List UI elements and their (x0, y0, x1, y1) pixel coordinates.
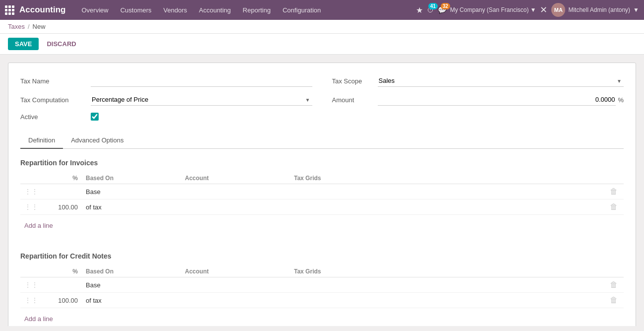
delete-cell[interactable]: 🗑 (604, 184, 624, 199)
delete-col-header (604, 266, 624, 277)
tax-scope-select[interactable]: Sales Purchases None (378, 75, 624, 87)
top-menu: Overview Customers Vendors Accounting Re… (76, 0, 416, 20)
delete-icon[interactable]: 🗑 (610, 280, 618, 289)
based-on-col-header: Based On (82, 266, 181, 277)
drag-handle[interactable]: ⋮⋮ (20, 277, 42, 293)
right-column: Tax Scope Sales Purchases None ▼ Amount (332, 75, 624, 121)
nav-configuration[interactable]: Configuration (277, 0, 327, 20)
nav-customers[interactable]: Customers (115, 0, 158, 20)
percent-col-header: % (42, 173, 82, 184)
active-checkbox[interactable] (91, 113, 99, 121)
amount-input-group: % (378, 94, 624, 106)
account-col-header: Account (181, 266, 290, 277)
tax-grids-col-header: Tax Grids (290, 266, 604, 277)
user-menu[interactable]: MA Mitchell Admin (antony) ▼ (551, 3, 639, 17)
nav-accounting[interactable]: Accounting (193, 0, 236, 20)
repartition-invoices-section: Repartition for Invoices % Based On Acco… (20, 159, 624, 232)
based-on-cell: of tax (82, 199, 181, 215)
repartition-credit-notes-title: Repartition for Credit Notes (20, 252, 624, 260)
close-icon[interactable]: ✕ (540, 4, 547, 15)
table-row: ⋮⋮ 100.00 of tax 🗑 (20, 293, 624, 308)
tax-name-input[interactable] (91, 75, 312, 87)
delete-icon[interactable]: 🗑 (610, 296, 618, 304)
percent-cell (42, 277, 82, 293)
table-row: ⋮⋮ 100.00 of tax 🗑 (20, 199, 624, 215)
activity-icon-btn[interactable]: ⏱ 41 (427, 6, 434, 14)
add-line-credit-notes[interactable]: Add a line (20, 312, 57, 326)
nav-overview[interactable]: Overview (76, 0, 115, 20)
amount-label: Amount (332, 96, 372, 104)
add-line-invoices[interactable]: Add a line (20, 219, 57, 232)
tab-definition[interactable]: Definition (20, 132, 63, 149)
delete-cell[interactable]: 🗑 (604, 199, 624, 215)
tax-scope-row: Tax Scope Sales Purchases None ▼ (332, 75, 624, 87)
breadcrumb-current: New (33, 23, 46, 30)
delete-col-header (604, 173, 624, 184)
table-row: ⋮⋮ Base 🗑 (20, 277, 624, 293)
drag-handle[interactable]: ⋮⋮ (20, 184, 42, 199)
app-title: Accounting (19, 5, 66, 15)
avatar: MA (551, 3, 565, 17)
percent-cell: 100.00 (42, 293, 82, 308)
breadcrumb-parent[interactable]: Taxes (8, 23, 25, 30)
drag-handle[interactable]: ⋮⋮ (20, 293, 42, 308)
amount-row: Amount % (332, 94, 624, 106)
save-button[interactable]: SAVE (8, 38, 39, 50)
account-col-header: Account (181, 173, 290, 184)
tax-computation-select[interactable]: Fixed Percentage of Price Percentage of … (91, 94, 312, 106)
company-selector[interactable]: My Company (San Francisco) ▼ (450, 6, 536, 13)
amount-input[interactable] (378, 94, 616, 106)
topnav-right: ★ ⏱ 41 💬 32 My Company (San Francisco) ▼… (416, 3, 639, 17)
tax-grids-cell[interactable] (290, 293, 604, 308)
drag-handle[interactable]: ⋮⋮ (20, 199, 42, 215)
table-row: ⋮⋮ Base 🗑 (20, 184, 624, 199)
tax-computation-select-wrapper: Fixed Percentage of Price Percentage of … (91, 94, 312, 106)
user-chevron-icon: ▼ (633, 6, 639, 13)
delete-icon[interactable]: 🗑 (610, 187, 618, 196)
nav-reporting[interactable]: Reporting (237, 0, 277, 20)
left-column: Tax Name Tax Computation Fixed Percentag… (20, 75, 312, 121)
based-on-cell: Base (82, 184, 181, 199)
repartition-credit-notes-table: % Based On Account Tax Grids ⋮⋮ Base (20, 266, 624, 308)
main-scroll[interactable]: Tax Name Tax Computation Fixed Percentag… (0, 55, 644, 326)
account-cell[interactable] (181, 277, 290, 293)
delete-icon[interactable]: 🗑 (610, 202, 618, 211)
form-card: Tax Name Tax Computation Fixed Percentag… (8, 63, 636, 326)
tax-scope-select-wrapper: Sales Purchases None ▼ (378, 75, 624, 87)
delete-cell[interactable]: 🗑 (604, 293, 624, 308)
drag-col-header (20, 266, 42, 277)
tabs: Definition Advanced Options (20, 132, 624, 149)
tax-computation-row: Tax Computation Fixed Percentage of Pric… (20, 94, 312, 106)
form-fields: Tax Name Tax Computation Fixed Percentag… (20, 75, 624, 121)
star-icon[interactable]: ★ (416, 5, 423, 15)
tax-grids-col-header: Tax Grids (290, 173, 604, 184)
account-cell[interactable] (181, 293, 290, 308)
tax-name-label: Tax Name (20, 77, 85, 85)
tax-grids-cell[interactable] (290, 199, 604, 215)
repartition-invoices-table: % Based On Account Tax Grids ⋮⋮ Base (20, 173, 624, 215)
tax-grids-cell[interactable] (290, 277, 604, 293)
breadcrumb-separator: / (28, 23, 30, 30)
messages-icon-btn[interactable]: 💬 32 (438, 6, 446, 14)
account-cell[interactable] (181, 184, 290, 199)
top-navigation: Accounting Overview Customers Vendors Ac… (0, 0, 644, 20)
based-on-cell: Base (82, 277, 181, 293)
breadcrumb: Taxes / New (0, 20, 644, 34)
repartition-credit-notes-section: Repartition for Credit Notes % Based On … (20, 252, 624, 326)
percent-col-header: % (42, 266, 82, 277)
delete-cell[interactable]: 🗑 (604, 277, 624, 293)
tax-grids-cell[interactable] (290, 184, 604, 199)
account-cell[interactable] (181, 199, 290, 215)
active-label: Active (20, 113, 85, 121)
tax-name-row: Tax Name (20, 75, 312, 87)
percent-cell: 100.00 (42, 199, 82, 215)
tax-scope-label: Tax Scope (332, 77, 372, 85)
amount-suffix: % (618, 96, 624, 104)
discard-button[interactable]: DISCARD (43, 38, 80, 50)
grid-menu-icon[interactable] (5, 5, 14, 15)
based-on-cell: of tax (82, 293, 181, 308)
activity-badge: 41 (428, 3, 438, 9)
tab-advanced-options[interactable]: Advanced Options (63, 132, 131, 149)
percent-cell (42, 184, 82, 199)
nav-vendors[interactable]: Vendors (158, 0, 193, 20)
